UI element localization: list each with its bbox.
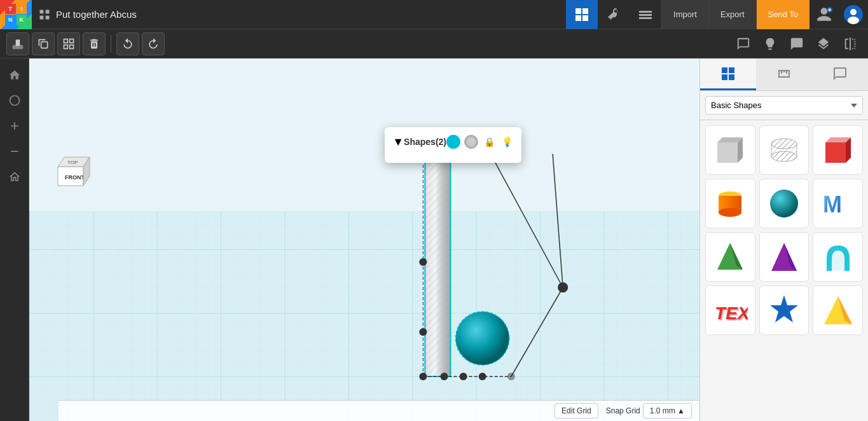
mirror-view-btn[interactable] [839, 32, 862, 55]
logo-i: I [17, 4, 27, 15]
import-button[interactable]: Import [662, 0, 709, 29]
speech-view-btn[interactable] [785, 32, 808, 55]
svg-marker-66 [825, 142, 846, 163]
snap-grid-area: Snap Grid 1.0 mm ▲ [606, 403, 692, 418]
popup-lock-icon[interactable]: 🔒 [482, 135, 496, 149]
snap-grid-label: Snap Grid [606, 406, 640, 415]
shape-item-arch[interactable] [813, 232, 863, 282]
logo-k: K [17, 15, 27, 25]
svg-rect-1 [46, 10, 50, 13]
shape-preview-squiggly: M [819, 184, 857, 223]
svg-rect-8 [639, 11, 652, 13]
send-to-button[interactable]: Send To [757, 0, 809, 29]
svg-rect-21 [70, 45, 74, 48]
layers-view-btn[interactable] [812, 32, 835, 55]
shapes-tab[interactable] [700, 59, 756, 90]
shape-item-pyramid-yellow[interactable] [813, 286, 863, 335]
shape-item-pyramid-green[interactable] [705, 232, 755, 282]
shape-preview-arch [819, 238, 857, 276]
snap-grid-value: 1.0 mm [650, 406, 675, 415]
svg-point-70 [719, 208, 741, 217]
orientation-cube[interactable]: FRONT TOP [48, 135, 99, 186]
solid-color-swatch[interactable] [446, 135, 460, 149]
shape-item-star[interactable] [759, 286, 809, 335]
logo-n: N [5, 15, 16, 25]
toolbar-right [732, 32, 862, 55]
comment-view-btn[interactable] [732, 32, 755, 55]
shapes-popup-controls: 🔒 💡 [446, 135, 514, 149]
hole-color-swatch[interactable] [464, 135, 478, 149]
svg-text:M: M [823, 191, 842, 217]
shapes-selector[interactable]: Basic Shapes Featured Text & Numbers Con… [700, 91, 868, 120]
left-sidebar [0, 59, 29, 421]
svg-marker-25 [29, 211, 699, 421]
svg-rect-4 [575, 8, 581, 14]
shape-preview-pyramid-yellow [819, 291, 857, 329]
ruler-tab[interactable] [756, 59, 812, 90]
lightbulb-view-btn[interactable] [759, 32, 782, 55]
shape-preview-text3d: TEXT TEXT [711, 291, 749, 329]
shape-item-box[interactable] [705, 125, 755, 175]
shape-item-sphere[interactable] [759, 179, 809, 228]
select-tool-btn[interactable] [3, 89, 26, 112]
popup-visibility-icon[interactable]: 💡 [500, 135, 514, 149]
snap-grid-chevron-icon: ▲ [677, 406, 685, 415]
topbar-right: Import Export Send To [566, 0, 868, 29]
svg-rect-19 [70, 39, 74, 43]
grid-menu-icon[interactable] [38, 8, 51, 21]
shape-item-squiggly[interactable]: M [813, 179, 863, 228]
add-user-button[interactable] [809, 0, 839, 29]
shape-item-text3d[interactable]: TEXT TEXT [705, 286, 755, 335]
svg-point-71 [770, 190, 798, 217]
popup-collapse-arrow[interactable]: ▼ [392, 135, 404, 149]
canvas-area[interactable]: FRONT TOP ▼ Shapes(2) 🔒 💡 [29, 59, 699, 421]
snap-grid-value-button[interactable]: 1.0 mm ▲ [643, 403, 692, 418]
svg-rect-20 [64, 45, 68, 48]
svg-marker-28 [425, 151, 450, 376]
right-panel: Basic Shapes Featured Text & Numbers Con… [699, 59, 868, 421]
svg-point-13 [850, 9, 857, 15]
svg-rect-53 [729, 67, 734, 73]
shapes-popup-title: Shapes(2) [404, 137, 446, 147]
shape-item-cylinder-hole[interactable] [759, 125, 809, 175]
svg-rect-18 [64, 39, 68, 43]
svg-rect-6 [575, 15, 581, 21]
shape-item-cylinder-orange[interactable] [705, 179, 755, 228]
zoom-in-btn[interactable] [3, 114, 26, 137]
notes-tab[interactable] [812, 59, 868, 90]
svg-rect-9 [639, 14, 652, 16]
shapes-category-select[interactable]: Basic Shapes Featured Text & Numbers Con… [705, 96, 863, 114]
shape-item-pyramid-purple[interactable] [759, 232, 809, 282]
shape-preview-star [765, 291, 803, 329]
bottom-bar: Edit Grid Snap Grid 1.0 mm ▲ [59, 400, 699, 421]
svg-point-22 [10, 96, 19, 106]
delete-button[interactable] [83, 32, 106, 55]
group-button[interactable] [57, 32, 80, 55]
nav-3d-view-btn[interactable] [566, 0, 598, 29]
shape-preview-pyramid-green [711, 238, 749, 276]
redo-button[interactable] [142, 32, 165, 55]
duplicate-button[interactable] [32, 32, 55, 55]
svg-rect-10 [639, 17, 652, 19]
user-icons [809, 0, 868, 29]
svg-rect-17 [41, 41, 48, 48]
shape-preview-cylinder-hole [765, 131, 803, 169]
zoom-out-btn[interactable] [3, 140, 26, 163]
undo-button[interactable] [116, 32, 139, 55]
nav-inventory-btn[interactable] [630, 0, 661, 29]
shape-preview-cylinder-orange [711, 184, 749, 223]
svg-marker-57 [717, 142, 738, 163]
shapes-popup: ▼ Shapes(2) 🔒 💡 [385, 127, 521, 163]
user-avatar[interactable] [839, 0, 868, 29]
tinkercad-logo[interactable]: T I N K [0, 0, 32, 29]
shape-item-cube-red[interactable] [813, 125, 863, 175]
edit-grid-button[interactable]: Edit Grid [555, 403, 598, 418]
toolbar [0, 29, 868, 59]
shape-preview-cube-red [819, 131, 857, 169]
export-button[interactable]: Export [709, 0, 757, 29]
home-view-btn[interactable] [3, 64, 26, 86]
reset-view-btn[interactable] [3, 165, 26, 188]
copy-to-workplane-button[interactable] [6, 32, 29, 55]
svg-rect-52 [722, 67, 727, 73]
nav-tools-btn[interactable] [598, 0, 630, 29]
